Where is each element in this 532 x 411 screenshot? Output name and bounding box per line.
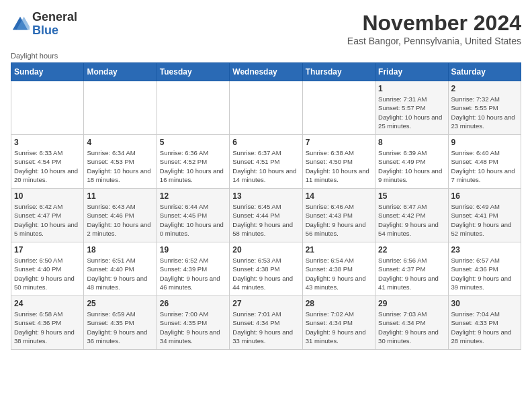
calendar-cell: 22Sunrise: 6:56 AM Sunset: 4:37 PM Dayli…: [375, 242, 448, 296]
header-day-sunday: Sunday: [11, 63, 84, 81]
calendar-cell: [230, 81, 302, 135]
day-number: 17: [14, 245, 81, 255]
day-number: 16: [451, 191, 518, 201]
header-day-monday: Monday: [84, 63, 157, 81]
day-number: 12: [160, 191, 226, 201]
day-info: Sunrise: 6:54 AM Sunset: 4:38 PM Dayligh…: [306, 256, 372, 291]
day-number: 23: [451, 245, 518, 255]
calendar-cell: 29Sunrise: 7:03 AM Sunset: 4:34 PM Dayli…: [375, 296, 448, 350]
week-row-3: 17Sunrise: 6:50 AM Sunset: 4:40 PM Dayli…: [11, 242, 521, 296]
daylight-note: Daylight hours: [11, 52, 521, 60]
calendar-cell: 19Sunrise: 6:52 AM Sunset: 4:39 PM Dayli…: [157, 242, 229, 296]
day-number: 8: [378, 138, 445, 147]
day-number: 9: [451, 138, 518, 147]
calendar-cell: [84, 81, 157, 135]
day-number: 18: [87, 245, 153, 255]
title-area: November 2024 East Bangor, Pennsylvania,…: [347, 11, 521, 46]
week-row-0: 1Sunrise: 7:31 AM Sunset: 5:57 PM Daylig…: [11, 81, 521, 135]
calendar-cell: [157, 81, 229, 135]
day-info: Sunrise: 6:36 AM Sunset: 4:52 PM Dayligh…: [160, 148, 226, 184]
day-number: 13: [232, 191, 299, 201]
calendar-cell: 5Sunrise: 6:36 AM Sunset: 4:52 PM Daylig…: [157, 135, 229, 189]
day-number: 21: [306, 245, 372, 255]
day-info: Sunrise: 6:43 AM Sunset: 4:46 PM Dayligh…: [87, 202, 153, 238]
day-info: Sunrise: 7:04 AM Sunset: 4:33 PM Dayligh…: [451, 310, 518, 345]
day-number: 26: [160, 299, 226, 308]
day-info: Sunrise: 6:56 AM Sunset: 4:37 PM Dayligh…: [378, 256, 445, 291]
day-number: 11: [87, 191, 153, 201]
day-number: 19: [160, 245, 226, 255]
logo-general: General: [32, 10, 77, 24]
calendar-cell: 16Sunrise: 6:49 AM Sunset: 4:41 PM Dayli…: [448, 189, 521, 242]
header-day-saturday: Saturday: [448, 63, 521, 81]
calendar-cell: 11Sunrise: 6:43 AM Sunset: 4:46 PM Dayli…: [84, 189, 157, 242]
subtitle: East Bangor, Pennsylvania, United States: [347, 36, 521, 46]
month-title: November 2024: [347, 11, 521, 36]
day-info: Sunrise: 7:32 AM Sunset: 5:55 PM Dayligh…: [451, 95, 518, 130]
calendar-cell: 25Sunrise: 6:59 AM Sunset: 4:35 PM Dayli…: [84, 296, 157, 350]
day-number: 24: [14, 299, 81, 308]
day-info: Sunrise: 6:46 AM Sunset: 4:43 PM Dayligh…: [306, 202, 372, 238]
day-number: 29: [378, 299, 445, 308]
header-day-wednesday: Wednesday: [230, 63, 302, 81]
day-info: Sunrise: 7:03 AM Sunset: 4:34 PM Dayligh…: [378, 310, 445, 345]
calendar-cell: 27Sunrise: 7:01 AM Sunset: 4:34 PM Dayli…: [230, 296, 302, 350]
day-info: Sunrise: 6:39 AM Sunset: 4:49 PM Dayligh…: [378, 148, 445, 184]
logo: General Blue: [11, 11, 77, 38]
day-info: Sunrise: 6:34 AM Sunset: 4:53 PM Dayligh…: [87, 148, 153, 184]
day-info: Sunrise: 6:53 AM Sunset: 4:38 PM Dayligh…: [232, 256, 299, 291]
day-number: 25: [87, 299, 153, 308]
calendar-cell: 1Sunrise: 7:31 AM Sunset: 5:57 PM Daylig…: [375, 81, 448, 135]
week-row-4: 24Sunrise: 6:58 AM Sunset: 4:36 PM Dayli…: [11, 296, 521, 350]
day-number: 3: [14, 138, 81, 147]
day-info: Sunrise: 6:33 AM Sunset: 4:54 PM Dayligh…: [14, 148, 81, 184]
calendar-cell: 20Sunrise: 6:53 AM Sunset: 4:38 PM Dayli…: [230, 242, 302, 296]
calendar-cell: 28Sunrise: 7:02 AM Sunset: 4:34 PM Dayli…: [302, 296, 375, 350]
calendar-cell: 7Sunrise: 6:38 AM Sunset: 4:50 PM Daylig…: [302, 135, 375, 189]
day-number: 15: [378, 191, 445, 201]
week-row-1: 3Sunrise: 6:33 AM Sunset: 4:54 PM Daylig…: [11, 135, 521, 189]
calendar-cell: 9Sunrise: 6:40 AM Sunset: 4:48 PM Daylig…: [448, 135, 521, 189]
calendar-cell: 12Sunrise: 6:44 AM Sunset: 4:45 PM Dayli…: [157, 189, 229, 242]
calendar-cell: 4Sunrise: 6:34 AM Sunset: 4:53 PM Daylig…: [84, 135, 157, 189]
day-info: Sunrise: 6:50 AM Sunset: 4:40 PM Dayligh…: [14, 256, 81, 291]
header-day-friday: Friday: [375, 63, 448, 81]
week-row-2: 10Sunrise: 6:42 AM Sunset: 4:47 PM Dayli…: [11, 189, 521, 242]
calendar-header-row: SundayMondayTuesdayWednesdayThursdayFrid…: [11, 63, 521, 81]
day-info: Sunrise: 7:02 AM Sunset: 4:34 PM Dayligh…: [306, 310, 372, 345]
calendar-cell: 13Sunrise: 6:45 AM Sunset: 4:44 PM Dayli…: [230, 189, 302, 242]
day-info: Sunrise: 6:52 AM Sunset: 4:39 PM Dayligh…: [160, 256, 226, 291]
calendar-cell: 21Sunrise: 6:54 AM Sunset: 4:38 PM Dayli…: [302, 242, 375, 296]
calendar-cell: 24Sunrise: 6:58 AM Sunset: 4:36 PM Dayli…: [11, 296, 84, 350]
day-info: Sunrise: 7:31 AM Sunset: 5:57 PM Dayligh…: [378, 95, 445, 130]
logo-text: General Blue: [32, 11, 77, 38]
calendar-cell: 8Sunrise: 6:39 AM Sunset: 4:49 PM Daylig…: [375, 135, 448, 189]
day-number: 2: [451, 84, 518, 93]
day-info: Sunrise: 6:45 AM Sunset: 4:44 PM Dayligh…: [232, 202, 299, 238]
calendar-cell: 6Sunrise: 6:37 AM Sunset: 4:51 PM Daylig…: [230, 135, 302, 189]
calendar-cell: 10Sunrise: 6:42 AM Sunset: 4:47 PM Dayli…: [11, 189, 84, 242]
calendar-cell: 23Sunrise: 6:57 AM Sunset: 4:36 PM Dayli…: [448, 242, 521, 296]
logo-blue: Blue: [32, 24, 58, 37]
day-info: Sunrise: 6:59 AM Sunset: 4:35 PM Dayligh…: [87, 310, 153, 345]
calendar-cell: [302, 81, 375, 135]
calendar-cell: 14Sunrise: 6:46 AM Sunset: 4:43 PM Dayli…: [302, 189, 375, 242]
day-number: 28: [306, 299, 372, 308]
day-info: Sunrise: 6:44 AM Sunset: 4:45 PM Dayligh…: [160, 202, 226, 238]
day-number: 5: [160, 138, 226, 147]
day-info: Sunrise: 6:49 AM Sunset: 4:41 PM Dayligh…: [451, 202, 518, 238]
calendar-cell: 26Sunrise: 7:00 AM Sunset: 4:35 PM Dayli…: [157, 296, 229, 350]
day-number: 14: [306, 191, 372, 201]
day-number: 1: [378, 84, 445, 93]
day-number: 27: [232, 299, 299, 308]
day-info: Sunrise: 6:51 AM Sunset: 4:40 PM Dayligh…: [87, 256, 153, 291]
day-info: Sunrise: 7:01 AM Sunset: 4:34 PM Dayligh…: [232, 310, 299, 345]
day-number: 4: [87, 138, 153, 147]
header: General Blue November 2024 East Bangor, …: [11, 11, 521, 46]
day-info: Sunrise: 6:47 AM Sunset: 4:42 PM Dayligh…: [378, 202, 445, 238]
header-day-tuesday: Tuesday: [157, 63, 229, 81]
calendar-table: SundayMondayTuesdayWednesdayThursdayFrid…: [11, 62, 521, 350]
calendar-cell: [11, 81, 84, 135]
day-number: 30: [451, 299, 518, 308]
calendar-cell: 3Sunrise: 6:33 AM Sunset: 4:54 PM Daylig…: [11, 135, 84, 189]
